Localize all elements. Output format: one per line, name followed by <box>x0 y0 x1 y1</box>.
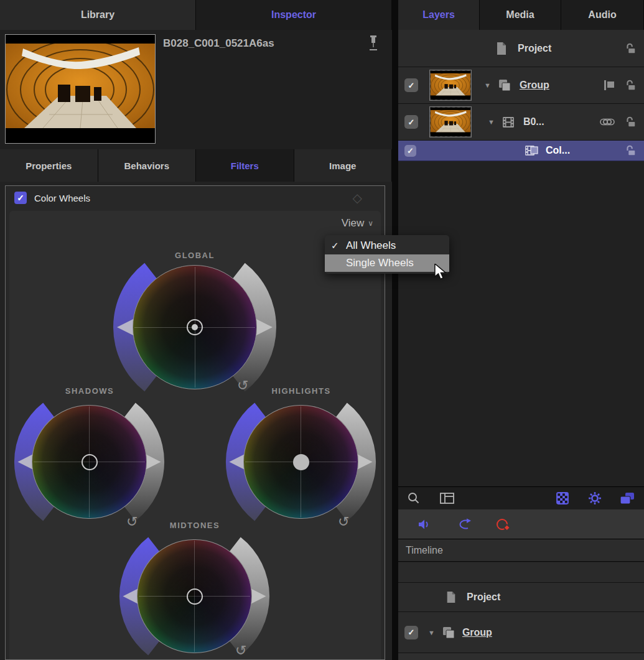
check-icon: ✓ <box>407 146 414 156</box>
checkerboard-transparency-icon[interactable] <box>556 491 569 505</box>
project-document-icon <box>495 42 508 55</box>
midtones-color-wheel[interactable] <box>119 536 270 657</box>
layer-label[interactable]: Group <box>520 80 549 91</box>
tab-properties-label: Properties <box>26 160 72 171</box>
clip-thumbnail <box>429 106 472 137</box>
loop-icon[interactable] <box>455 518 473 531</box>
color-wheel-puck[interactable] <box>82 454 98 470</box>
layers-toolbar <box>398 486 644 510</box>
highlights-color-wheel[interactable] <box>225 401 376 523</box>
tab-behaviors[interactable]: Behaviors <box>98 149 197 182</box>
tab-inspector-label: Inspector <box>271 9 316 21</box>
clip-title: B028_C001_0521A6as <box>163 37 274 50</box>
disclosure-triangle-icon[interactable]: ▼ <box>484 81 491 89</box>
project-document-icon <box>446 591 457 603</box>
reset-midtones-icon[interactable]: ↺ <box>235 644 246 658</box>
layer-label[interactable]: Col... <box>546 145 570 156</box>
highlights-wheel-label: HIGHLIGHTS <box>239 386 363 396</box>
tab-properties[interactable]: Properties <box>0 149 98 182</box>
shadows-color-wheel[interactable] <box>14 401 165 523</box>
check-icon: ✓ <box>408 81 415 90</box>
chevron-down-icon: ∨ <box>368 219 373 228</box>
filter-name: Color Wheels <box>34 193 90 203</box>
tab-inspector[interactable]: Inspector <box>196 0 392 30</box>
mouse-cursor <box>434 264 449 280</box>
search-icon[interactable] <box>407 491 421 505</box>
shadows-wheel-label: SHADOWS <box>27 386 152 396</box>
layer-label[interactable]: Group <box>462 627 492 638</box>
unlock-icon[interactable] <box>624 42 637 55</box>
midtones-wheel-label: MIDTONES <box>133 521 257 530</box>
tab-audio[interactable]: Audio <box>561 0 644 30</box>
timeline-row-project[interactable]: Project <box>398 583 644 612</box>
color-wheels-panel: View ∨ GLOBAL <box>9 211 381 659</box>
layers-tabbar: Layers Media Audio <box>398 0 644 30</box>
layer-label[interactable]: B0... <box>523 116 544 128</box>
keyframe-diamond-icon[interactable]: ◇ <box>353 190 362 205</box>
check-icon: ✓ <box>408 628 415 637</box>
layer-row-clip[interactable]: ✓ ▼ B0... <box>398 104 644 141</box>
unlock-icon[interactable] <box>624 116 637 128</box>
color-wheel-puck[interactable] <box>293 454 309 470</box>
layer-row-color-wheels[interactable]: ✓ Col... <box>398 141 644 161</box>
tab-media[interactable]: Media <box>480 0 561 30</box>
panel-divider[interactable] <box>392 0 398 660</box>
fixed-resolution-flag-icon[interactable] <box>603 79 615 91</box>
tab-audio-label: Audio <box>588 9 616 21</box>
layer-row-group[interactable]: ✓ ▼ Group <box>398 67 644 104</box>
layer-row-project[interactable]: Project <box>398 30 644 67</box>
tab-image-label: Image <box>329 160 356 171</box>
layers-stack-icon[interactable] <box>619 491 635 505</box>
clip-activation-checkbox[interactable]: ✓ <box>404 115 418 129</box>
color-wheel-puck[interactable] <box>187 588 203 605</box>
group-icon <box>498 79 511 91</box>
tab-library-label: Library <box>81 9 114 21</box>
unlock-icon[interactable] <box>624 79 637 91</box>
timeline-row-group[interactable]: ✓ ▼ Group <box>398 612 644 653</box>
group-activation-checkbox[interactable]: ✓ <box>404 78 418 92</box>
check-icon: ✓ <box>17 193 24 202</box>
tab-layers[interactable]: Layers <box>398 0 480 30</box>
check-icon: ✓ <box>331 240 339 251</box>
timeline-title: Timeline <box>406 545 443 556</box>
layer-label: Project <box>467 592 500 603</box>
filter-layer-icon <box>525 144 538 157</box>
menu-item-single-wheels[interactable]: Single Wheels <box>325 254 449 272</box>
filmstrip-icon <box>502 116 515 128</box>
global-color-wheel[interactable] <box>113 261 277 393</box>
global-wheel-label: GLOBAL <box>133 251 257 260</box>
timeline-header: Timeline <box>398 539 644 562</box>
view-dropdown[interactable]: View ∨ <box>342 217 373 230</box>
pin-icon[interactable] <box>366 35 381 52</box>
timeline-empty-row <box>398 562 644 583</box>
filter-enable-checkbox[interactable]: ✓ <box>14 192 27 204</box>
menu-item-label: All Wheels <box>346 239 396 252</box>
record-icon[interactable] <box>495 517 511 532</box>
menu-item-all-wheels[interactable]: ✓ All Wheels <box>325 237 449 254</box>
tab-filters-label: Filters <box>231 160 259 171</box>
filter-activation-checkbox[interactable]: ✓ <box>404 145 416 157</box>
color-wheel-puck[interactable] <box>187 319 203 335</box>
motion-app-window: Library Inspector B028_C001_0521A6as Pro… <box>0 0 644 660</box>
speaker-icon[interactable] <box>417 518 432 531</box>
group-activation-checkbox[interactable]: ✓ <box>404 626 418 639</box>
playback-controls-row <box>398 509 644 539</box>
disclosure-triangle-icon[interactable]: ▼ <box>488 118 495 126</box>
inspector-subtabs: Properties Behaviors Filters Image <box>0 149 392 182</box>
inspector-pane: Library Inspector B028_C001_0521A6as Pro… <box>0 0 392 660</box>
timeline-row-partial <box>398 653 644 660</box>
tab-library[interactable]: Library <box>0 0 196 30</box>
fit-view-icon[interactable] <box>439 491 455 505</box>
tab-layers-label: Layers <box>422 9 455 21</box>
unlock-icon[interactable] <box>624 144 637 157</box>
tab-image[interactable]: Image <box>294 149 393 182</box>
gear-icon[interactable] <box>588 491 602 505</box>
tab-filters[interactable]: Filters <box>196 149 294 182</box>
reset-highlights-icon[interactable]: ↺ <box>338 515 349 529</box>
link-icon[interactable] <box>599 116 615 128</box>
menu-item-label: Single Wheels <box>346 257 414 269</box>
view-dropdown-menu: ✓ All Wheels Single Wheels <box>325 235 449 274</box>
disclosure-triangle-icon[interactable]: ▼ <box>428 629 435 636</box>
layers-pane: Layers Media Audio Project ✓ ▼ <box>398 0 644 660</box>
layer-label: Project <box>518 43 551 54</box>
